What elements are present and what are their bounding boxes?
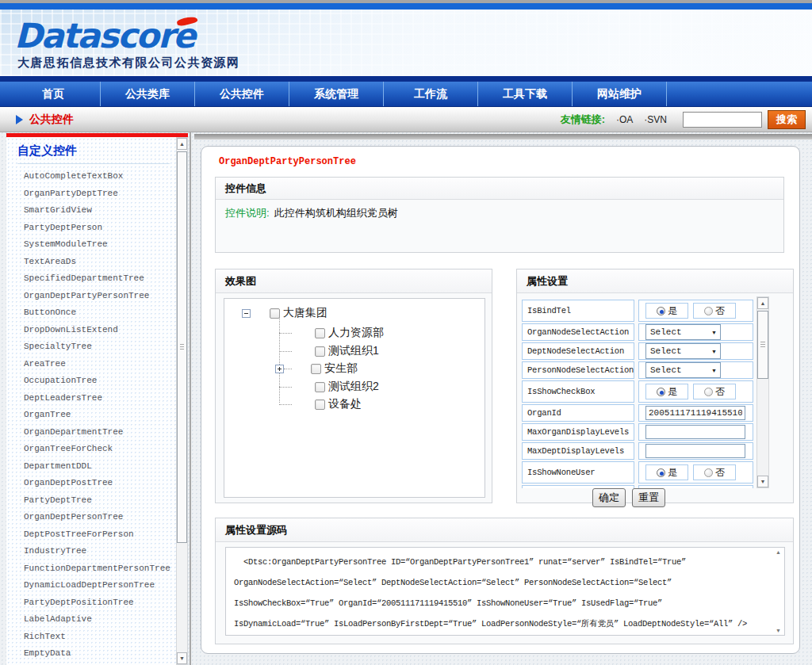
tree-node-label[interactable]: 安生部 bbox=[324, 361, 358, 376]
sidebar-item[interactable]: DepartmentDDL bbox=[6, 458, 176, 476]
sidebar-item[interactable]: OrganDeptPartyPersonTree bbox=[6, 288, 176, 305]
radio-selected-icon[interactable] bbox=[657, 468, 665, 477]
tree-node-label[interactable]: 设备处 bbox=[328, 397, 362, 411]
radio-unselected-icon[interactable] bbox=[704, 307, 713, 315]
properties-scrollbar[interactable]: ▲ ▼ bbox=[756, 296, 769, 488]
ok-button[interactable]: 确定 bbox=[592, 488, 626, 507]
thumb-grip bbox=[760, 342, 765, 347]
prop-input[interactable] bbox=[645, 406, 745, 420]
search-input[interactable] bbox=[683, 112, 762, 128]
link-svn[interactable]: ·SVN bbox=[644, 114, 667, 125]
tree-row: 设备处 bbox=[279, 398, 362, 411]
sidebar-item[interactable]: OrganDepartmentTree bbox=[6, 424, 176, 441]
sidebar-item[interactable]: DeptLeadersTree bbox=[6, 390, 176, 407]
sidebar-item[interactable]: OrganPartyDeptTree bbox=[6, 185, 176, 203]
scroll-up-icon[interactable]: ▲ bbox=[177, 138, 187, 150]
search-button[interactable]: 搜索 bbox=[768, 110, 806, 129]
sidebar-item[interactable]: SmartGridView bbox=[6, 202, 176, 220]
sidebar-item[interactable]: AreaTree bbox=[6, 356, 176, 373]
prop-input[interactable] bbox=[645, 444, 745, 458]
sidebar-item[interactable]: TextAreaDs bbox=[6, 254, 176, 271]
radio-yes[interactable]: 是 bbox=[645, 303, 688, 319]
dropdown-arrow-icon[interactable]: ▼ bbox=[708, 368, 720, 373]
tree-checkbox[interactable] bbox=[311, 364, 321, 374]
sidebar-item[interactable]: AutoCompleteTextBox bbox=[6, 168, 176, 185]
sidebar-scrollbar[interactable]: ▲ ▼ bbox=[176, 137, 188, 665]
nav-item-workflow[interactable]: 工作流 bbox=[384, 82, 478, 106]
scrollbar-thumb[interactable] bbox=[757, 311, 768, 379]
collapse-icon[interactable] bbox=[242, 309, 251, 318]
dropdown-arrow-icon[interactable]: ▼ bbox=[708, 330, 720, 335]
nav-item-system-management[interactable]: 系统管理 bbox=[289, 82, 384, 106]
scroll-down-icon[interactable]: ▼ bbox=[776, 628, 781, 633]
prop-select[interactable]: Select ▼ bbox=[645, 362, 721, 378]
prop-select[interactable]: Select ▼ bbox=[645, 324, 721, 340]
radio-unselected-icon[interactable] bbox=[704, 468, 713, 477]
radio-no[interactable]: 否 bbox=[693, 384, 736, 399]
scroll-up-icon[interactable]: ▲ bbox=[776, 549, 781, 555]
tree-row: 安生部 bbox=[275, 362, 358, 375]
prop-input[interactable] bbox=[645, 425, 745, 439]
sidebar-item[interactable]: IndustryTree bbox=[6, 543, 176, 560]
tree-node-label[interactable]: 测试组织2 bbox=[328, 380, 379, 394]
radio-yes[interactable]: 是 bbox=[645, 464, 688, 480]
nav-item-tool-download[interactable]: 工具下载 bbox=[478, 82, 573, 106]
tree-node-label[interactable]: 测试组织1 bbox=[328, 344, 379, 358]
nav-item-class-library[interactable]: 公共类库 bbox=[101, 82, 195, 106]
sidebar-item[interactable]: DeptPostTreeForPerson bbox=[6, 526, 176, 544]
radio-yes-label: 是 bbox=[668, 385, 677, 399]
sidebar-item[interactable]: OrganDeptPersonTree bbox=[6, 509, 176, 526]
radio-unselected-icon[interactable] bbox=[704, 388, 713, 396]
reset-button[interactable]: 重置 bbox=[632, 488, 665, 507]
tree-checkbox[interactable] bbox=[315, 328, 325, 338]
scroll-down-icon[interactable]: ▼ bbox=[177, 652, 187, 664]
subbar-right-group: 友情链接: ·OA ·SVN 搜索 bbox=[561, 110, 806, 129]
sidebar-item[interactable]: OrganTree bbox=[6, 407, 176, 424]
sidebar-item[interactable]: FunctionDepartmentPersonTree bbox=[6, 560, 176, 578]
sidebar-item[interactable]: SpecialtyTree bbox=[6, 338, 176, 356]
sidebar-item[interactable]: PartyDeptTree bbox=[6, 492, 176, 510]
scroll-up-icon[interactable]: ▲ bbox=[757, 297, 768, 309]
nav-item-home[interactable]: 首页 bbox=[6, 82, 101, 106]
radio-selected-icon[interactable] bbox=[657, 388, 665, 396]
sidebar-item[interactable]: PartyDeptPositionTree bbox=[6, 594, 176, 612]
tree-checkbox[interactable] bbox=[270, 308, 280, 319]
dropdown-arrow-icon[interactable]: ▼ bbox=[708, 349, 720, 354]
sidebar-item[interactable]: RichText bbox=[6, 629, 176, 646]
sidebar-item[interactable]: DropDownListExtend bbox=[6, 322, 176, 339]
prop-value bbox=[638, 423, 753, 441]
tree-checkbox[interactable] bbox=[315, 399, 325, 410]
sidebar-item[interactable]: OrganTreeForCheck bbox=[6, 441, 176, 458]
scrollbar-thumb[interactable] bbox=[177, 151, 187, 543]
tree-checkbox[interactable] bbox=[315, 382, 325, 392]
radio-yes[interactable]: 是 bbox=[645, 384, 688, 399]
link-oa-label: OA bbox=[619, 114, 633, 125]
sidebar-item[interactable]: PartyDeptPerson bbox=[6, 220, 176, 237]
sidebar-item[interactable]: SystemModuleTree bbox=[6, 236, 176, 254]
sidebar-item[interactable]: SpecifiedDepartmentTree bbox=[6, 270, 176, 288]
radio-selected-icon[interactable] bbox=[657, 307, 665, 315]
expand-icon[interactable] bbox=[275, 365, 284, 373]
prop-label: IsBindTel bbox=[522, 300, 634, 322]
nav-item-site-maintenance[interactable]: 网站维护 bbox=[573, 82, 667, 106]
properties-buttons: 确定 重置 bbox=[517, 488, 793, 507]
sidebar-item[interactable]: DynamicLoadDeptPersonTree bbox=[6, 577, 176, 594]
sidebar-item[interactable]: ButtonOnce bbox=[6, 304, 176, 322]
tree-node-label[interactable]: 人力资源部 bbox=[328, 326, 384, 340]
sidebar-item[interactable]: OrganDeptPostTree bbox=[6, 475, 176, 492]
link-oa[interactable]: ·OA bbox=[616, 114, 633, 125]
sidebar-item[interactable]: OccupationTree bbox=[6, 373, 176, 390]
select-value: Select bbox=[646, 365, 708, 375]
sidebar-item[interactable]: LabelAdaptive bbox=[6, 611, 176, 629]
radio-no[interactable]: 否 bbox=[693, 464, 736, 480]
prop-select[interactable]: Select ▼ bbox=[645, 343, 721, 359]
radio-no-label: 否 bbox=[715, 304, 725, 318]
sidebar-item[interactable]: EmptyData bbox=[6, 645, 176, 663]
tree-node-label[interactable]: 大唐集团 bbox=[283, 306, 327, 320]
code-scrollbar[interactable]: ▲ ▼ bbox=[773, 549, 783, 633]
nav-item-public-controls[interactable]: 公共控件 bbox=[195, 82, 289, 106]
radio-no[interactable]: 否 bbox=[693, 303, 736, 319]
tree-checkbox[interactable] bbox=[315, 346, 325, 357]
scroll-down-icon[interactable]: ▼ bbox=[757, 476, 768, 487]
sidebar-item[interactable]: DeptPostPersonTree bbox=[6, 663, 176, 665]
